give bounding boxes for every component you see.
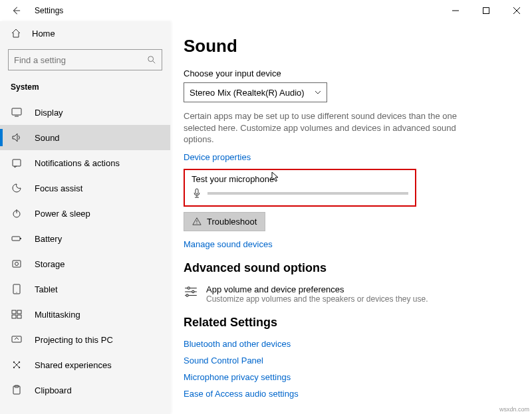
storage-icon [11,258,23,270]
power-icon [11,207,23,219]
sidebar-item-notifications[interactable]: Notifications & actions [0,150,170,175]
svg-rect-1 [483,8,489,14]
sidebar-item-storage[interactable]: Storage [0,251,170,276]
sidebar-item-display[interactable]: Display [0,100,170,125]
svg-point-23 [19,362,20,363]
window-title: Settings [35,6,63,15]
app-volume-item[interactable]: App volume and device preferences Custom… [184,284,519,304]
svg-rect-11 [12,237,20,241]
sidebar-item-shared[interactable]: Shared experiences [0,352,170,377]
svg-rect-28 [196,189,198,194]
sidebar-item-power[interactable]: Power & sleep [0,201,170,226]
app-volume-sub: Customize app volumes and the speakers o… [206,294,428,304]
warning-icon [192,217,201,226]
cursor-icon [271,171,279,183]
focus-icon [11,182,23,194]
sidebar-item-focus[interactable]: Focus assist [0,175,170,201]
manage-sound-devices-link[interactable]: Manage sound devices [184,239,519,249]
input-device-value: Stereo Mix (Realtek(R) Audio) [190,88,305,98]
troubleshoot-button[interactable]: Troubleshoot [184,212,265,231]
search-input[interactable] [14,55,147,65]
test-microphone-section: Test your microphone [184,169,416,207]
sliders-icon [184,284,198,299]
svg-point-25 [19,367,20,368]
main-content: Sound Choose your input device Stereo Mi… [170,21,532,414]
project-icon [11,334,23,346]
microphone-level-bar [207,192,408,195]
maximize-button[interactable] [471,0,501,21]
sidebar-item-clipboard[interactable]: Clipboard [0,377,170,403]
sidebar-item-project[interactable]: Projecting to this PC [0,327,170,352]
svg-rect-6 [12,108,21,115]
tablet-icon [11,283,23,295]
input-device-desc: Certain apps may be set up to use differ… [184,110,469,146]
svg-rect-13 [13,260,21,267]
test-microphone-label: Test your microphone [192,174,408,184]
related-link-2[interactable]: Microphone privacy settings [184,372,519,382]
sidebar-item-label: Sound [35,133,60,143]
sidebar-item-label: Tablet [35,284,58,294]
svg-rect-19 [12,315,16,318]
svg-point-32 [188,286,190,288]
display-icon [11,106,23,118]
sidebar-item-label: Clipboard [35,385,72,395]
troubleshoot-label: Troubleshoot [207,217,257,227]
svg-point-36 [186,294,188,296]
shared-icon [11,359,23,371]
sidebar-item-label: Power & sleep [35,209,90,219]
svg-point-34 [192,290,194,292]
sidebar-item-battery[interactable]: Battery [0,226,170,251]
related-link-0[interactable]: Bluetooth and other devices [184,339,519,349]
svg-rect-18 [17,310,21,314]
svg-rect-12 [20,238,21,239]
related-settings-title: Related Settings [184,316,519,330]
minimize-button[interactable] [440,0,471,21]
page-title: Sound [184,36,519,56]
input-device-select[interactable]: Stereo Mix (Realtek(R) Audio) [184,82,327,102]
sidebar-item-label: Shared experiences [35,360,112,370]
app-volume-title: App volume and device preferences [206,284,428,294]
home-icon [11,28,21,39]
sidebar-item-label: Notifications & actions [35,158,120,168]
sidebar-item-label: Battery [35,234,62,244]
chevron-down-icon [315,89,321,96]
watermark: wsxdn.com [499,406,529,413]
svg-rect-20 [17,315,21,318]
svg-point-16 [16,292,17,292]
back-button[interactable] [9,6,23,15]
advanced-options-title: Advanced sound options [184,261,519,275]
microphone-icon [192,188,202,199]
related-link-1[interactable]: Sound Control Panel [184,356,519,365]
svg-line-5 [153,61,156,64]
svg-point-14 [15,262,19,266]
sidebar: Home System DisplaySoundNotifications & … [0,21,170,414]
sidebar-item-label: Multitasking [35,310,80,320]
svg-point-22 [13,362,15,363]
related-link-3[interactable]: Ease of Access audio settings [184,389,519,399]
clipboard-icon [11,384,23,396]
sidebar-item-label: Focus assist [35,183,82,193]
sidebar-home[interactable]: Home [0,21,170,45]
sidebar-item-label: Storage [35,259,65,269]
sidebar-item-multi[interactable]: Multitasking [0,302,170,327]
sidebar-item-label: Display [35,108,63,118]
svg-point-24 [13,367,15,368]
search-box[interactable] [8,49,162,70]
sidebar-item-sound[interactable]: Sound [0,125,170,150]
svg-point-30 [196,223,197,224]
input-device-label: Choose your input device [184,68,519,78]
multi-icon [11,308,23,320]
svg-rect-8 [13,159,21,166]
svg-rect-17 [12,310,16,314]
sidebar-category: System [0,80,170,100]
sidebar-item-tablet[interactable]: Tablet [0,276,170,302]
battery-icon [11,233,23,245]
sidebar-item-label: Projecting to this PC [35,335,113,345]
device-properties-link[interactable]: Device properties [184,152,519,162]
search-icon [147,55,156,64]
close-button[interactable] [501,0,532,21]
sound-icon [11,132,23,144]
sidebar-home-label: Home [32,29,55,39]
svg-point-4 [148,56,154,62]
notifications-icon [11,157,23,169]
